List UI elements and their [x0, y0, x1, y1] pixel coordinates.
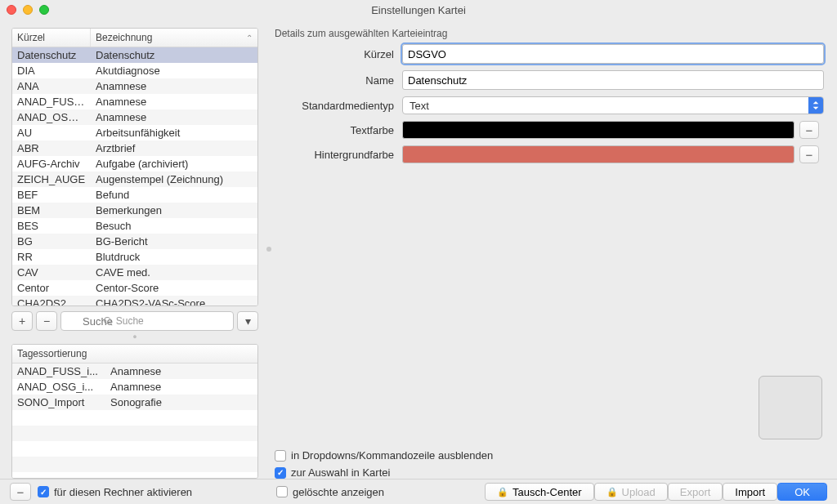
window-title: Einstellungen Kartei	[0, 4, 837, 16]
remove-entry-button[interactable]: −	[36, 311, 57, 331]
chevron-updown-icon	[808, 97, 823, 114]
search-input[interactable]	[60, 311, 234, 331]
table-row[interactable]: BEMBemerkungen	[12, 203, 257, 218]
table-row[interactable]: DatenschutzDatenschutz	[12, 47, 257, 63]
table-row[interactable]: ZEICH_AUGEAugenstempel (Zeichnung)	[12, 172, 257, 187]
table-row[interactable]: AUArbeitsunfähigkeit	[12, 125, 257, 140]
show-deleted-checkbox[interactable]: gelöschte anzeigen	[276, 486, 384, 498]
cell-bezeichnung: Arbeitsunfähigkeit	[91, 125, 257, 140]
cell-bezeichnung: Centor-Score	[91, 280, 257, 296]
vertical-splitter[interactable]	[263, 20, 275, 479]
bgcolor-swatch[interactable]	[402, 145, 794, 163]
table-row[interactable]: ANAD_FUSS_i...Anamnese	[12, 364, 257, 379]
lock-icon: 🔒	[606, 487, 618, 497]
cell-kuerzel: RR	[12, 249, 91, 265]
table-row[interactable]: ABRArztbrief	[12, 140, 257, 156]
cell-kuerzel: ABR	[12, 140, 91, 156]
cell-kuerzel: Centor	[12, 280, 91, 296]
column-header-bezeichnung[interactable]: Bezeichnung	[91, 29, 257, 47]
cell-bezeichnung: CAVE med.	[91, 265, 257, 280]
table-row[interactable]: CAVCAVE med.	[12, 265, 257, 280]
mediatype-select[interactable]: Text	[402, 96, 824, 114]
cell-bezeichnung: Anamnese	[105, 379, 257, 395]
import-button[interactable]: Import	[723, 483, 777, 501]
footer-remove-button[interactable]: −	[10, 483, 31, 501]
clear-textcolor-button[interactable]: −	[799, 121, 819, 139]
preview-thumbnail	[759, 376, 822, 439]
cell-kuerzel: SONO_Import	[12, 395, 105, 410]
table-row[interactable]: BEFBefund	[12, 187, 257, 203]
cell-kuerzel: DIA	[12, 63, 91, 78]
table-row[interactable]: DIAAkutdiagnose	[12, 63, 257, 78]
cell-bezeichnung: Aufgabe (archiviert)	[91, 156, 257, 172]
select-in-kartei-checkbox[interactable]: zur Auswahl in Kartei	[275, 466, 824, 479]
table-row[interactable]: BGBG-Bericht	[12, 234, 257, 249]
add-entry-button[interactable]: +	[11, 311, 33, 331]
cell-bezeichnung: Blutdruck	[91, 249, 257, 265]
filter-dropdown-button[interactable]: ▾	[237, 311, 258, 331]
cell-bezeichnung: Datenschutz	[91, 47, 257, 63]
table-row[interactable]: ANAD_OSG_i...Anamnese	[12, 109, 257, 125]
tausch-center-button[interactable]: 🔒 Tausch-Center	[485, 483, 594, 501]
label-textcolor: Textfarbe	[275, 124, 397, 136]
table-row[interactable]: ANAAnamnese	[12, 78, 257, 94]
activate-for-computer-label: für diesen Rechner aktivieren	[54, 486, 192, 498]
cell-kuerzel: ANAD_FUSS_i...	[12, 364, 105, 379]
hide-in-dropdown-checkbox[interactable]: in Dropdowns/Kommandozeile ausblenden	[275, 449, 824, 462]
column-header-tagessortierung[interactable]: Tagessortierung	[12, 345, 257, 363]
column-header-kuerzel[interactable]: Kürzel	[12, 29, 91, 47]
cell-bezeichnung: Befund	[91, 187, 257, 203]
kartei-table-body[interactable]: DatenschutzDatenschutzDIAAkutdiagnoseANA…	[12, 47, 257, 306]
details-section-title: Details zum ausgewählten Karteieintrag	[275, 28, 824, 39]
textcolor-swatch[interactable]	[402, 121, 794, 139]
checkbox-icon	[38, 486, 49, 497]
cell-bezeichnung: Augenstempel (Zeichnung)	[91, 172, 257, 187]
cell-bezeichnung: Anamnese	[91, 94, 257, 109]
cell-kuerzel: BES	[12, 218, 91, 234]
label-mediatype: Standardmedientyp	[275, 100, 397, 112]
cell-kuerzel: ANA	[12, 78, 91, 94]
cell-kuerzel: BEM	[12, 203, 91, 218]
cell-kuerzel: CHA2DS2	[12, 296, 91, 306]
cell-kuerzel: BEF	[12, 187, 91, 203]
cell-bezeichnung: Anamnese	[91, 78, 257, 94]
mediatype-value: Text	[410, 100, 429, 112]
lock-icon: 🔒	[497, 487, 508, 497]
pane-resize-handle[interactable]: ●	[11, 332, 258, 341]
hide-in-dropdown-label: in Dropdowns/Kommandozeile ausblenden	[291, 449, 493, 462]
cell-bezeichnung: Anamnese	[91, 109, 257, 125]
tagessortierung-body[interactable]: ANAD_FUSS_i...AnamneseANAD_OSG_i...Anamn…	[12, 364, 257, 478]
upload-button[interactable]: 🔒 Upload	[594, 483, 668, 501]
cell-kuerzel: ANAD_OSG_i...	[12, 109, 91, 125]
table-row[interactable]: BESBesuch	[12, 218, 257, 234]
table-row[interactable]: ANAD_FUSS_...Anamnese	[12, 94, 257, 109]
cell-kuerzel: AUFG-Archiv	[12, 156, 91, 172]
table-row[interactable]: CentorCentor-Score	[12, 280, 257, 296]
table-row[interactable]: RRBlutdruck	[12, 249, 257, 265]
label-name: Name	[275, 74, 397, 87]
cell-bezeichnung: Besuch	[91, 218, 257, 234]
table-row[interactable]: AUFG-ArchivAufgabe (archiviert)	[12, 156, 257, 172]
cell-bezeichnung: Bemerkungen	[91, 203, 257, 218]
kartei-table: Kürzel Bezeichnung DatenschutzDatenschut…	[11, 28, 258, 306]
checkbox-icon	[275, 450, 286, 462]
cell-kuerzel: ZEICH_AUGE	[12, 172, 91, 187]
cell-bezeichnung: Arztbrief	[91, 140, 257, 156]
table-row[interactable]: ANAD_OSG_i...Anamnese	[12, 379, 257, 395]
table-row[interactable]: CHA2DS2CHA2DS2-VASc-Score	[12, 296, 257, 306]
label-kuerzel: Kürzel	[275, 48, 397, 60]
table-row[interactable]: SONO_ImportSonografie	[12, 395, 257, 410]
tagessortierung-table: Tagessortierung ANAD_FUSS_i...AnamneseAN…	[11, 344, 258, 479]
cell-kuerzel: Datenschutz	[12, 47, 91, 63]
activate-for-computer-checkbox[interactable]: für diesen Rechner aktivieren	[38, 486, 192, 498]
clear-bgcolor-button[interactable]: −	[799, 145, 819, 163]
select-in-kartei-label: zur Auswahl in Kartei	[291, 466, 390, 479]
export-button[interactable]: Export	[668, 483, 723, 501]
label-bgcolor: Hintergrundfarbe	[275, 149, 397, 161]
cell-bezeichnung: Akutdiagnose	[91, 63, 257, 78]
name-input[interactable]	[402, 70, 824, 90]
ok-button[interactable]: OK	[777, 483, 827, 501]
kuerzel-input[interactable]	[402, 44, 824, 64]
cell-bezeichnung: Anamnese	[105, 364, 257, 379]
checkbox-icon	[275, 467, 286, 479]
